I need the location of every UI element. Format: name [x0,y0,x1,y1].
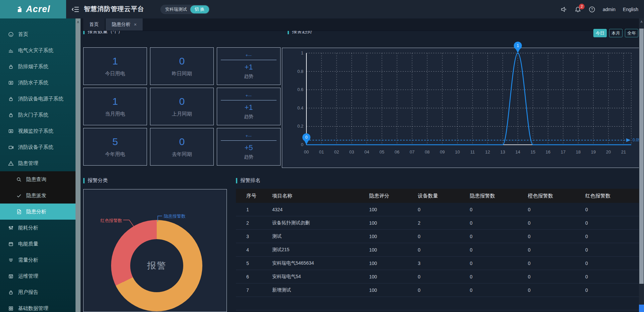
sidebar-item-消防设备电源子系统[interactable]: 消防设备电源子系统 [0,91,76,107]
stat-label: 当月用电 [105,111,125,117]
table-cell: 100 [369,207,418,212]
sidebar-item-基础数据管理[interactable]: 基础数据管理 [0,300,76,312]
table-cell: 0 [470,287,528,293]
tab-bar: 首页隐患分析× [81,18,644,31]
sidebar-item-隐患管理[interactable]: 隐患管理 [0,155,76,171]
table-cell: 设备拓扑测试勿删 [272,220,369,226]
lock-icon [8,96,14,102]
svg-text:06: 06 [395,149,399,154]
pie-label-red-alarm: 红色报警数 [100,218,122,224]
trend-line-svg: 00.20.40.60.8100010203040506070809101112… [282,48,641,168]
sidebar-item-防火门子系统[interactable]: 防火门子系统 [0,107,76,123]
sidebar-item-防排烟子系统[interactable]: 防排烟子系统 [0,58,76,75]
sidebar-item-隐患查询[interactable]: 隐患查询 [0,171,76,187]
table-cell: 3 [418,261,470,266]
username[interactable]: admin [603,7,615,12]
table-row-empty [236,297,639,310]
table-cell: 测试 [272,233,369,239]
table-row[interactable]: 4测试2151000000 [236,243,639,257]
svg-text:0.8: 0.8 [297,69,303,74]
scroll-down-button[interactable] [639,305,644,312]
table-cell: 100 [369,247,418,253]
table-cell: 新增测试 [272,287,369,293]
svg-text:14: 14 [515,149,520,154]
table-cell: 2 [246,220,272,226]
sidebar-item-电气火灾子系统[interactable]: 电气火灾子系统 [0,42,76,58]
table-cell: 0 [418,234,470,239]
sound-icon[interactable] [560,6,567,13]
column-header-红色报警数: 红色报警数 [585,193,639,199]
trend-value: +5 [244,143,253,152]
range-button-本月[interactable]: 本月 [609,29,623,37]
sidebar-item-用户报告[interactable]: 用户报告 [0,284,76,300]
sidebar-item-消防设备子系统[interactable]: 消防设备子系统 [0,139,76,155]
range-button-今日[interactable]: 今日 [593,29,607,37]
sidebar-item-消防水子系统[interactable]: 消防水子系统 [0,75,76,91]
sidebar-item-label: 运维管理 [18,273,38,279]
sidebar-item-首页[interactable]: 首页 [0,26,76,42]
table-cell: 0 [528,287,585,293]
org-name: 安科瑞测试 [165,6,187,12]
table-cell: 0 [528,220,585,226]
table-cell: 0 [585,220,639,226]
table-cell: 0 [585,287,639,293]
rows-icon [8,257,14,263]
page-scrollbar[interactable]: ∧ [639,18,644,312]
sidebar-item-隐患分析[interactable]: 隐患分析 [0,204,76,220]
scroll-up-icon[interactable]: ∧ [76,20,81,24]
title-accent-bar [83,178,85,183]
warning-icon [8,161,14,166]
stat-value: 5 [112,136,118,147]
stat-card-今日用电: 1今日用电 [83,47,147,85]
table-row[interactable]: 6安科瑞电气541000000 [236,270,639,283]
sidebar-item-隐患派发[interactable]: 隐患派发 [0,187,76,204]
table-cell: 0 [418,247,470,253]
svg-text:16: 16 [546,149,550,154]
tab-close-icon[interactable]: × [134,22,137,27]
stat-value: 1 [112,96,118,107]
doc-icon [16,209,22,215]
tab-隐患分析[interactable]: 隐患分析× [106,18,143,31]
svg-text:07: 07 [410,149,414,154]
sidebar-item-能耗分析[interactable]: 能耗分析 [0,220,76,236]
sidebar-item-需量分析[interactable]: 需量分析 [0,252,76,268]
table-cell: 4 [246,247,272,253]
tab-label: 首页 [89,21,99,28]
sidebar-item-label: 消防设备子系统 [18,144,53,150]
trend-range-buttons: 今日本月全年 [593,29,638,37]
svg-text:0.4: 0.4 [297,105,303,110]
sidebar-item-label: 防火门子系统 [18,112,48,118]
sidebar-collapse-icon[interactable] [71,5,80,14]
alarm-trend-chart: 00.20.40.60.8100010203040506070809101112… [282,48,641,168]
sidebar-item-运维管理[interactable]: 运维管理 [0,268,76,284]
trend-formula: +-- [245,133,252,138]
svg-text:05: 05 [380,149,384,154]
language-switch[interactable]: English [623,7,638,12]
table-cell: 0 [418,274,470,279]
table-row[interactable]: 143241000000 [236,203,639,216]
column-header-橙色报警数: 橙色报警数 [528,193,585,199]
table-row[interactable]: 7新增测试1000000 [236,283,639,297]
table-cell: 2 [418,220,470,226]
trend-label: 趋势 [244,114,253,120]
table-row[interactable]: 3测试1000000 [236,230,639,243]
home-face-icon [8,32,14,37]
help-icon[interactable]: ? [589,6,595,13]
scroll-up-icon[interactable]: ∧ [639,19,644,24]
stat-value: 1 [112,55,118,66]
svg-text:0.2: 0.2 [297,124,303,129]
range-button-全年[interactable]: 全年 [625,29,638,37]
sidebar-item-label: 视频监控子系统 [18,128,53,134]
sidebar-item-电能质量[interactable]: 电能质量 [0,236,76,252]
bell-icon[interactable]: 2 [575,6,581,13]
table-row[interactable]: 5安科瑞电气54656341003000 [236,257,639,270]
switch-org-button[interactable]: 切 换 [190,5,209,13]
tab-首页[interactable]: 首页 [83,18,105,31]
sidebar-scrollbar[interactable]: ∧ [76,18,81,312]
alarm-rank-title: 报警排名 [236,177,260,184]
sidebar-item-视频监控子系统[interactable]: 视频监控子系统 [0,123,76,139]
stat-card-上月同期: 0上月同期 [150,88,214,125]
table-row[interactable]: 2设备拓扑测试勿删1002000 [236,216,639,230]
scrollbar-thumb[interactable] [639,29,644,284]
svg-text:1: 1 [301,50,303,55]
